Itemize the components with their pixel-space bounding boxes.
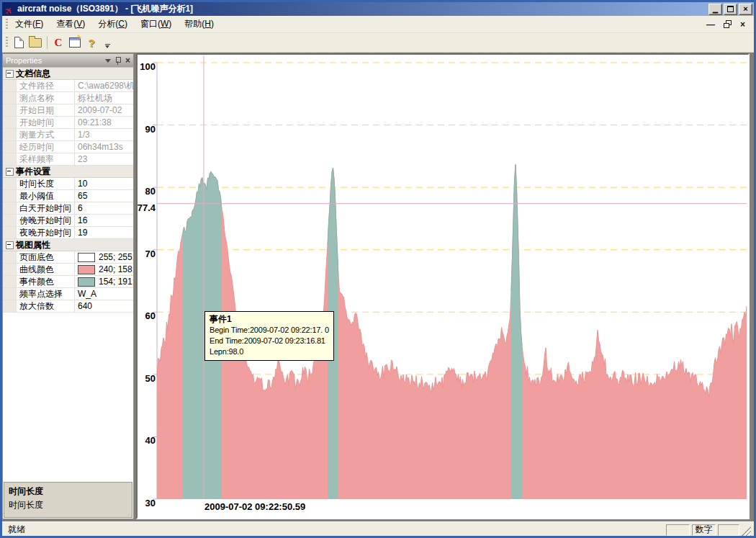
property-row[interactable]: 开始日期 2009-07-02 (3, 104, 133, 117)
property-row[interactable]: 文件路径 C:\awa6298\机场 (3, 80, 133, 92)
property-row[interactable]: 时间长度 10 (3, 178, 133, 190)
panel-close-icon[interactable]: × (125, 57, 130, 64)
property-label: 开始日期 (17, 104, 75, 116)
event-tooltip-line: End Time:2009-07-02 09:23:16.81 (210, 336, 329, 346)
property-label: 文件路径 (17, 80, 75, 91)
property-value[interactable]: 19 (75, 228, 133, 238)
property-row[interactable]: 测量方式 1/3 (3, 129, 133, 141)
property-value[interactable]: 栎社机场 (75, 92, 133, 104)
panel-menu-arrow-icon[interactable] (105, 59, 111, 66)
minimize-button[interactable]: ▁ (708, 4, 722, 15)
pin-icon[interactable] (115, 57, 121, 65)
y-tick-label: 80 (137, 187, 156, 197)
collapse-icon[interactable] (6, 241, 14, 249)
property-value[interactable]: 6 (75, 203, 133, 213)
toolbar-overflow-button[interactable] (103, 44, 112, 50)
property-value[interactable]: W_A (75, 289, 133, 299)
maximize-button[interactable] (724, 4, 737, 15)
property-value[interactable]: 1/3 (75, 130, 133, 140)
property-row[interactable]: 事件颜色 154; 191; 18 (3, 276, 133, 288)
status-pane-2 (718, 524, 739, 536)
property-row[interactable]: 经历时间 06h34m13s (3, 141, 133, 153)
property-row[interactable]: 曲线颜色 240; 158; 15 (3, 264, 133, 276)
color-swatch (78, 277, 95, 287)
status-pane-num: 数字 (692, 524, 716, 536)
status-message: 就绪 (5, 524, 25, 536)
properties-grid-empty-area (3, 313, 133, 480)
properties-button[interactable] (67, 35, 83, 50)
property-row[interactable]: 页面底色 255; 255; 25 (3, 251, 133, 264)
menu-file[interactable]: 文件(F) (11, 17, 48, 32)
property-value[interactable]: 154; 191; 18 (75, 277, 133, 287)
property-value[interactable]: C:\awa6298\机场 (75, 80, 133, 92)
property-row[interactable]: 最小阈值 65 (3, 190, 133, 202)
mdi-restore-button[interactable] (724, 20, 732, 28)
event-tooltip-line: Lepn:98.0 (210, 346, 329, 357)
property-row[interactable]: 白天开始时间 6 (3, 202, 133, 215)
close-button[interactable]: × (739, 4, 752, 15)
chevron-down-icon (105, 45, 109, 50)
property-value[interactable]: 10 (75, 179, 133, 189)
status-bar: 就绪 数字 (2, 521, 754, 537)
property-value[interactable]: 240; 158; 15 (75, 264, 133, 274)
status-pane-1 (666, 524, 690, 536)
close-icon: × (743, 6, 747, 12)
property-section-row[interactable]: 事件设置 (3, 166, 133, 178)
open-file-button[interactable] (27, 35, 43, 50)
toolbar-separator (47, 36, 48, 49)
properties-grid: 文档信息 文件路径 C:\awa6298\机场 测点名称 栎社机场 开始日期 2… (3, 67, 133, 313)
property-label: 时间长度 (17, 178, 75, 189)
y-tick-label: 40 (137, 436, 156, 446)
property-value[interactable]: 255; 255; 25 (75, 252, 133, 262)
mdi-minimize-button[interactable]: — (706, 20, 715, 29)
property-row[interactable]: 采样频率 23 (3, 153, 133, 166)
menu-grip-handle[interactable] (6, 19, 8, 30)
property-description-text: 时间长度 (9, 499, 127, 511)
mdi-close-button[interactable]: × (740, 20, 745, 29)
property-label: 夜晚开始时间 (17, 227, 75, 238)
y-tick-label: 30 (137, 498, 156, 508)
y-tick-label: 100 (137, 62, 156, 72)
property-value[interactable]: 640 (75, 301, 133, 311)
event-tooltip-line: Begin Time:2009-07-02 09:22:17. 0 (210, 325, 329, 336)
menu-bar: 文件(F) 查看(V) 分析(C) 窗口(W) 帮助(H) — × (2, 16, 754, 33)
property-label: 测点名称 (17, 92, 75, 104)
property-label: 开始时间 (17, 117, 75, 128)
menu-view[interactable]: 查看(V) (52, 17, 89, 32)
property-value[interactable]: 16 (75, 215, 133, 225)
property-section-row[interactable]: 视图属性 (3, 239, 133, 251)
menu-window[interactable]: 窗口(W) (136, 17, 176, 32)
x-axis-cursor-label: 2009-07-02 09:22:50.59 (204, 501, 305, 512)
event-region (511, 165, 522, 499)
property-value[interactable]: 09:21:38 (75, 117, 133, 127)
property-row[interactable]: 频率点选择 W_A (3, 288, 133, 300)
property-row[interactable]: 开始时间 09:21:38 (3, 117, 133, 129)
property-row[interactable]: 放大倍数 640 (3, 300, 133, 313)
new-file-icon (14, 37, 24, 48)
collapse-icon[interactable] (6, 70, 14, 78)
noise-chart[interactable] (138, 55, 748, 518)
property-row[interactable]: 夜晚开始时间 19 (3, 227, 133, 239)
event-tooltip: 事件1 Begin Time:2009-07-02 09:22:17. 0 En… (204, 311, 334, 361)
help-button[interactable]: ? (84, 35, 99, 50)
property-description-box: 时间长度 时间长度 (4, 482, 132, 518)
property-value[interactable]: 23 (75, 154, 133, 164)
y-tick-label: 90 (137, 125, 156, 135)
menu-help[interactable]: 帮助(H) (180, 17, 218, 32)
properties-panel-header: Properties × (3, 54, 133, 67)
property-row[interactable]: 测点名称 栎社机场 (3, 92, 133, 104)
property-value[interactable]: 06h34m13s (75, 142, 133, 152)
menu-analysis[interactable]: 分析(C) (94, 17, 132, 32)
toolbar-grip-handle[interactable] (6, 37, 8, 48)
maximize-icon (727, 6, 734, 12)
property-row[interactable]: 傍晚开始时间 16 (3, 215, 133, 227)
property-label: 采样频率 (17, 153, 75, 165)
property-value[interactable]: 65 (75, 191, 133, 201)
new-file-button[interactable] (11, 35, 27, 50)
collapse-icon[interactable] (6, 168, 14, 176)
c-analysis-button[interactable]: C (50, 35, 66, 50)
resize-grip[interactable] (742, 526, 751, 536)
chart-panel[interactable]: 事件1 Begin Time:2009-07-02 09:22:17. 0 En… (136, 53, 750, 519)
property-section-row[interactable]: 文档信息 (3, 68, 133, 80)
property-value[interactable]: 2009-07-02 (75, 105, 133, 115)
